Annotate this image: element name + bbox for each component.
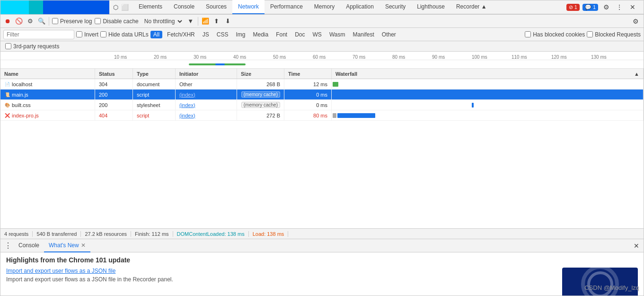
filter-type-doc[interactable]: Doc: [292, 31, 308, 38]
has-blocked-text: Has blocked cookies: [533, 31, 585, 38]
hide-data-urls-checkbox[interactable]: [100, 31, 106, 37]
inspect-icon[interactable]: ⬡: [111, 3, 120, 11]
td-size-localhost: 268 B: [237, 79, 284, 89]
tab-security[interactable]: Security: [379, 0, 411, 14]
th-size[interactable]: Size: [237, 69, 284, 79]
hide-data-urls-text: Hide data URLs: [108, 31, 149, 38]
network-settings-button[interactable]: ⚙: [630, 16, 641, 27]
td-status-builtcss: 200: [95, 100, 133, 110]
tab-recorder[interactable]: Recorder ▲: [450, 0, 493, 14]
devtools-window: ⬡ ⬜ Elements Console Sources Network Per…: [0, 0, 644, 296]
whats-new-tab-label: What's New: [49, 242, 79, 249]
hide-data-urls-label[interactable]: Hide data URLs: [100, 31, 149, 38]
filter-type-fetch[interactable]: Fetch/XHR: [164, 31, 198, 38]
network-table[interactable]: Name Status Type Initiator Size Time Wat…: [0, 69, 644, 228]
download-icon[interactable]: ⬇: [224, 17, 232, 26]
name-localhost: localhost: [12, 81, 32, 87]
th-initiator[interactable]: Initiator: [176, 69, 237, 79]
table-row-mainjs[interactable]: 📜 main.js 200 script (index) (memory cac…: [0, 90, 644, 100]
tab-console[interactable]: Console: [168, 0, 200, 14]
throttle-dropdown-icon[interactable]: ▼: [186, 17, 195, 26]
invert-checkbox[interactable]: [76, 31, 82, 37]
disable-cache-text: Disable cache: [103, 18, 138, 25]
td-name-builtcss: 🎨 built.css: [0, 100, 95, 110]
filter-type-font[interactable]: Font: [273, 31, 290, 38]
filter-type-css[interactable]: CSS: [214, 31, 231, 38]
has-blocked-checkbox[interactable]: [525, 31, 531, 37]
td-time-mainjs: 0 ms: [284, 90, 332, 99]
filter-type-ws[interactable]: WS: [310, 31, 325, 38]
wf-bar-localhost: [333, 82, 338, 87]
filter-type-wasm[interactable]: Wasm: [326, 31, 348, 38]
th-waterfall[interactable]: Waterfall ▲: [332, 69, 644, 79]
search-button[interactable]: 🔍: [37, 17, 46, 26]
blocked-requests-label[interactable]: Blocked Requests: [587, 31, 641, 38]
filter-bar: Invert Hide data URLs All Fetch/XHR JS C…: [0, 28, 644, 41]
table-row[interactable]: 📄 localhost 304 document Other 268 B 12 …: [0, 79, 644, 90]
bottom-tab-whats-new[interactable]: What's New ✕: [44, 239, 90, 252]
filter-toggle-button[interactable]: ⚙: [26, 17, 35, 26]
th-status[interactable]: Status: [95, 69, 133, 79]
error-badge[interactable]: ⊘ 1: [566, 4, 580, 11]
throttle-select[interactable]: No throttling: [141, 18, 184, 25]
bottom-content: Highlights from the Chrome 101 update Im…: [0, 252, 644, 296]
initiator-link-mainjs[interactable]: (index): [179, 92, 195, 98]
th-name[interactable]: Name: [0, 69, 95, 79]
tab-lighthouse[interactable]: Lighthouse: [411, 0, 450, 14]
filter-type-js[interactable]: JS: [200, 31, 212, 38]
filter-input[interactable]: [3, 30, 74, 39]
third-party-checkbox[interactable]: [5, 43, 11, 49]
initiator-link-indexprojs[interactable]: (index): [179, 113, 195, 118]
bottom-close-button[interactable]: ✕: [631, 241, 642, 251]
device-toolbar-icon[interactable]: ⬜: [121, 3, 129, 11]
th-type[interactable]: Type: [133, 69, 176, 79]
third-party-label[interactable]: 3rd-party requests: [5, 43, 59, 50]
initiator-link-builtcss[interactable]: (index): [179, 102, 195, 108]
warning-badge[interactable]: 💬 1: [582, 4, 598, 11]
more-options-button[interactable]: ⋮: [614, 2, 625, 12]
bottom-tab-bar: ⋮ Console What's New ✕ ✕: [0, 239, 644, 252]
tab-elements[interactable]: Elements: [133, 0, 168, 14]
th-time[interactable]: Time: [284, 69, 332, 79]
blocked-requests-checkbox[interactable]: [587, 31, 593, 37]
warning-icon: 💬: [585, 4, 591, 10]
filter-type-all[interactable]: All: [150, 31, 162, 38]
filter-type-media[interactable]: Media: [250, 31, 271, 38]
filter-type-other[interactable]: Other: [379, 31, 399, 38]
tab-memory[interactable]: Memory: [309, 0, 340, 14]
invert-label[interactable]: Invert: [76, 31, 98, 38]
preserve-log-label[interactable]: Preserve log: [52, 18, 92, 25]
settings-button[interactable]: ⚙: [601, 2, 611, 12]
timeline-content: [113, 60, 644, 68]
close-devtools-button[interactable]: ✕: [627, 2, 638, 12]
disable-cache-checkbox[interactable]: [95, 18, 101, 24]
timeline-ticks: 10 ms 20 ms 30 ms 40 ms 50 ms 60 ms 70 m…: [0, 52, 644, 60]
error-count: 1: [574, 4, 577, 10]
more-tabs-button[interactable]: ⋮: [2, 239, 14, 252]
has-blocked-label[interactable]: Has blocked cookies: [525, 31, 585, 38]
whats-new-tab-close[interactable]: ✕: [81, 242, 86, 249]
table-row-builtcss[interactable]: 🎨 built.css 200 stylesheet (index) (memo…: [0, 100, 644, 110]
upload-icon[interactable]: ⬆: [212, 17, 221, 26]
whats-new-card: Import and export user flows as a JSON f…: [6, 268, 638, 296]
tab-application[interactable]: Application: [340, 0, 379, 14]
disable-cache-label[interactable]: Disable cache: [95, 18, 138, 25]
preserve-log-checkbox[interactable]: [52, 18, 58, 24]
td-initiator-localhost: Other: [176, 79, 237, 89]
tick-90ms: 90 ms: [431, 54, 471, 60]
warning-count: 1: [593, 4, 596, 10]
table-row-indexprojs[interactable]: ❌ index-pro.js 404 script (index) 272 B …: [0, 110, 644, 121]
tab-sources[interactable]: Sources: [200, 0, 232, 14]
bottom-tab-console[interactable]: Console: [14, 239, 44, 252]
clear-button[interactable]: 🚫: [15, 17, 23, 26]
tab-network[interactable]: Network: [232, 0, 265, 14]
name-mainjs: main.js: [12, 92, 28, 98]
whats-new-link[interactable]: Import and export user flows as a JSON f…: [6, 268, 556, 274]
filter-type-manifest[interactable]: Manifest: [350, 31, 377, 38]
td-size-mainjs: (memory cache): [237, 90, 284, 99]
tick-30ms: 30 ms: [193, 54, 232, 60]
wifi-icon[interactable]: 📶: [201, 17, 210, 26]
tab-performance[interactable]: Performance: [265, 0, 309, 14]
record-button[interactable]: ⏺: [3, 17, 12, 26]
filter-type-img[interactable]: Img: [233, 31, 248, 38]
